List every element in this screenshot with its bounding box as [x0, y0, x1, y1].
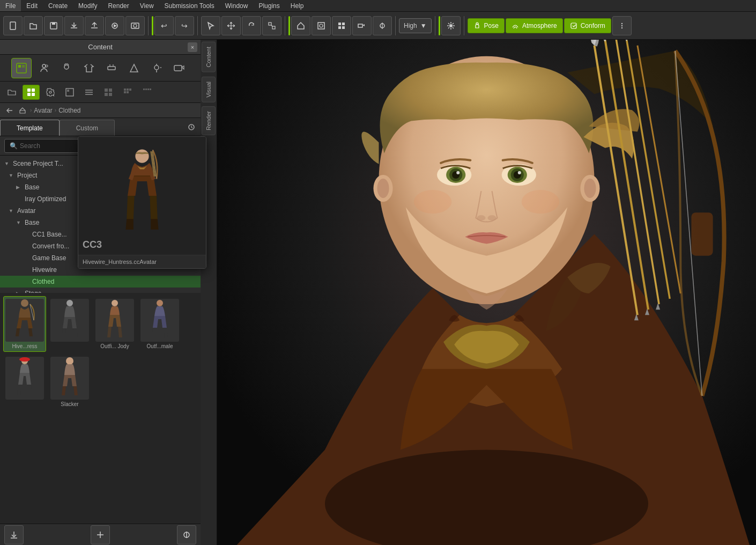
tab-settings-icon[interactable] — [186, 121, 197, 133]
thumbnail-slacker[interactable]: Slacker — [48, 354, 91, 410]
camera-button[interactable] — [352, 16, 372, 35]
menu-edit[interactable]: Edit — [21, 0, 43, 11]
view-mode-1[interactable] — [61, 85, 78, 100]
breadcrumb-clothed[interactable]: Clothed — [58, 107, 80, 114]
tooltip-cc3-badge: CC3 — [83, 239, 102, 251]
svg-rect-28 — [571, 23, 576, 28]
view-mode-4[interactable] — [119, 85, 136, 100]
view-mode-5[interactable] — [138, 85, 155, 100]
open-button[interactable] — [24, 16, 43, 35]
settings-icon[interactable] — [42, 85, 59, 100]
quality-value: High — [404, 22, 417, 30]
menu-file[interactable]: File — [0, 0, 21, 11]
breadcrumb-sep-2: › — [55, 107, 56, 113]
add-button[interactable] — [91, 525, 110, 544]
category-icon[interactable] — [23, 85, 40, 100]
select-tool[interactable] — [201, 16, 220, 35]
menu-help[interactable]: Help — [285, 0, 309, 11]
conform-button[interactable]: Conform — [564, 18, 611, 33]
view-grid-button[interactable] — [332, 16, 351, 35]
svg-rect-61 — [127, 89, 129, 91]
frame-all-button[interactable] — [312, 16, 331, 35]
side-tab-render[interactable]: Render — [202, 106, 216, 135]
svg-rect-32 — [17, 63, 26, 73]
content-icon-characters[interactable] — [34, 58, 54, 78]
separator-5 — [435, 16, 435, 35]
atmosphere-button[interactable]: Atmosphere — [506, 18, 563, 33]
content-icon-cameras[interactable] — [169, 58, 189, 78]
export-button[interactable] — [64, 16, 84, 35]
side-tab-visual[interactable]: Visual — [202, 77, 216, 102]
home-view-button[interactable] — [291, 16, 310, 35]
save-button[interactable] — [44, 16, 63, 35]
custom-tab[interactable]: Custom — [60, 120, 115, 136]
side-tab-content[interactable]: Content — [202, 42, 216, 72]
more-options-button[interactable] — [612, 16, 632, 35]
rotate-tool[interactable] — [242, 16, 261, 35]
tree-arrow-icon: ▶ — [16, 185, 23, 190]
content-icon-hair[interactable] — [56, 58, 77, 78]
tree-item-stage[interactable]: ▶ Stage — [0, 288, 201, 293]
undo-button[interactable]: ↩ — [154, 16, 174, 35]
svg-point-70 — [21, 299, 28, 307]
merge-button[interactable] — [177, 525, 196, 544]
tree-item-clothed[interactable]: ▶ Clothed — [0, 276, 201, 288]
new-button[interactable] — [3, 16, 23, 35]
svg-rect-38 — [108, 67, 115, 70]
folder-icon[interactable] — [3, 85, 20, 100]
view-mode-2[interactable] — [80, 85, 98, 100]
menu-window[interactable]: Window — [220, 0, 254, 11]
move-tool[interactable] — [221, 16, 241, 35]
viewport[interactable] — [217, 40, 756, 545]
breadcrumb-avatar[interactable]: Avatar — [34, 107, 52, 114]
menu-render[interactable]: Render — [102, 0, 134, 11]
svg-rect-68 — [150, 89, 151, 90]
tree-item-label: Game Base — [32, 254, 66, 262]
quality-dropdown[interactable]: High ▼ — [399, 18, 432, 33]
thumbnail-item-5[interactable] — [3, 354, 46, 410]
view-mode-3[interactable] — [100, 85, 117, 100]
pose-label: Pose — [484, 22, 499, 30]
thumbnail-item-2[interactable] — [48, 296, 91, 352]
render-file-button[interactable] — [105, 16, 124, 35]
thumbnail-outfit-jody[interactable]: Outfi... Jody — [93, 296, 136, 352]
thumbnail-image-3 — [95, 299, 134, 342]
template-tab[interactable]: Template — [0, 120, 60, 136]
side-tabs: Content Visual Render — [201, 40, 217, 545]
screenshot-button[interactable] — [125, 16, 145, 35]
pose-button[interactable]: Pose — [468, 18, 505, 33]
svg-point-101 — [477, 215, 485, 220]
content-icon-materials[interactable] — [124, 58, 144, 78]
close-panel-button[interactable]: × — [188, 42, 197, 52]
menu-plugins[interactable]: Plugins — [253, 0, 285, 11]
svg-rect-34 — [22, 65, 25, 68]
green-indicator-1 — [152, 16, 153, 35]
scale-tool[interactable] — [262, 16, 281, 35]
content-icon-lights[interactable] — [146, 58, 167, 78]
thumbnail-hive-huntress[interactable]: Hive...ress — [3, 296, 46, 352]
svg-marker-4 — [114, 24, 117, 27]
menu-view[interactable]: View — [135, 0, 159, 11]
redo-button[interactable]: ↪ — [175, 16, 194, 35]
download-button[interactable] — [4, 525, 24, 544]
tooltip-popup: CC3 Hivewire_Huntress.ccAvatar — [78, 136, 206, 269]
nav-back-button[interactable] — [4, 105, 15, 116]
menu-modify[interactable]: Modify — [73, 0, 102, 11]
sun-light-button[interactable] — [441, 16, 461, 35]
content-icon-clothing[interactable] — [79, 58, 99, 78]
menu-submission-tools[interactable]: Submission Tools — [159, 0, 220, 11]
breadcrumb-home-icon[interactable] — [17, 105, 28, 116]
projector-button[interactable] — [373, 16, 392, 35]
thumbnail-image-6 — [50, 357, 89, 400]
svg-rect-63 — [124, 91, 126, 93]
import-button[interactable] — [85, 16, 104, 35]
svg-rect-60 — [124, 89, 126, 91]
content-icon-scenes[interactable] — [11, 58, 32, 78]
tree-item-label: CC1 Base... — [32, 231, 67, 238]
content-icon-accessories[interactable] — [101, 58, 122, 78]
menu-create[interactable]: Create — [43, 0, 73, 11]
separator-2 — [197, 16, 198, 35]
svg-point-18 — [449, 24, 453, 27]
thumbnail-outfit-male[interactable]: Outf...male — [138, 296, 181, 352]
svg-rect-57 — [109, 89, 112, 92]
